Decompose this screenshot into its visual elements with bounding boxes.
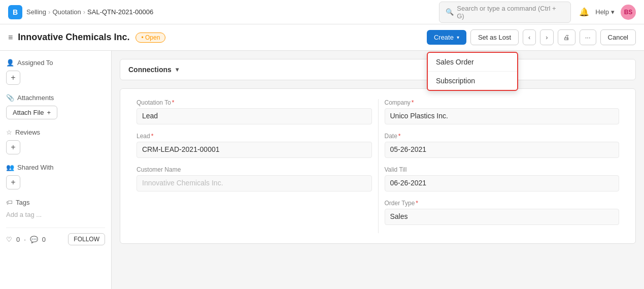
breadcrumb: Selling › Quotation › SAL-QTN-2021-00006	[26, 8, 439, 16]
breadcrumb-sep-1: ›	[48, 8, 50, 16]
group-icon: 👥	[6, 164, 14, 171]
topnav-actions: 🔔 Help ▾ BS	[579, 5, 636, 20]
main-layout: 👤 Assigned To + 📎 Attachments Attach Fil…	[0, 51, 644, 289]
assigned-to-add-button[interactable]: +	[6, 71, 20, 85]
comment-icon: 💬	[30, 236, 38, 243]
order-type-label: Order Type *	[385, 200, 620, 207]
status-badge: • Open	[135, 33, 165, 43]
form-left-col: Quotation To * Lead Lead * CRM-LEAD-2021…	[130, 99, 378, 233]
reviews-title: ☆ Reviews	[6, 129, 105, 136]
tags-label: Tags	[16, 199, 29, 206]
date-value[interactable]: 05-26-2021	[385, 142, 620, 158]
assigned-to-title: 👤 Assigned To	[6, 59, 105, 67]
page-title: Innovative Chemicals Inc.	[18, 32, 129, 43]
attachments-section: 📎 Attachments Attach File +	[6, 94, 105, 119]
create-dropdown-menu: Sales Order Subscription	[427, 52, 518, 91]
reviews-section: ☆ Reviews +	[6, 129, 105, 154]
attachment-icon: 📎	[6, 94, 14, 102]
valid-till-label: Valid Till	[385, 166, 620, 173]
help-label: Help	[595, 8, 609, 16]
shared-with-add-button[interactable]: +	[6, 175, 20, 189]
customer-name-field: Customer Name Innovative Chemicals Inc.	[137, 166, 372, 191]
create-label: Create	[434, 34, 454, 41]
attachments-label: Attachments	[17, 94, 54, 102]
tag-icon: 🏷	[6, 199, 13, 206]
search-bar[interactable]: 🔍 Search or type a command (Ctrl + G)	[439, 2, 571, 23]
customer-name-value[interactable]: Innovative Chemicals Inc.	[137, 175, 372, 191]
form-card: Quotation To * Lead Lead * CRM-LEAD-2021…	[120, 88, 636, 244]
company-field: Company * Unico Plastics Inc.	[385, 99, 620, 124]
create-dropdown-arrow: ▾	[457, 35, 459, 40]
date-field: Date * 05-26-2021	[385, 133, 620, 158]
person-icon: 👤	[6, 59, 14, 67]
help-chevron-icon: ▾	[611, 8, 615, 16]
quotation-to-value[interactable]: Lead	[137, 108, 372, 124]
breadcrumb-record: SAL-QTN-2021-00006	[87, 8, 153, 16]
connections-chevron-icon: ▾	[176, 66, 179, 73]
company-value[interactable]: Unico Plastics Inc.	[385, 108, 620, 124]
set-as-lost-button[interactable]: Set as Lost	[470, 29, 519, 45]
dropdown-subscription[interactable]: Subscription	[428, 71, 517, 90]
status-dot: •	[141, 34, 143, 41]
quotation-to-label: Quotation To *	[137, 99, 372, 106]
assigned-to-label: Assigned To	[17, 59, 53, 67]
next-record-button[interactable]: ›	[540, 29, 553, 45]
like-dot-sep: ·	[24, 236, 26, 243]
shared-with-section: 👥 Shared With +	[6, 164, 105, 189]
attachments-title: 📎 Attachments	[6, 94, 105, 102]
breadcrumb-quotation[interactable]: Quotation	[52, 8, 81, 16]
quotation-to-field: Quotation To * Lead	[137, 99, 372, 124]
form-right-col: Company * Unico Plastics Inc. Date * 05-…	[378, 99, 626, 233]
lead-value[interactable]: CRM-LEAD-2021-00001	[137, 142, 372, 158]
reviews-add-button[interactable]: +	[6, 140, 20, 154]
topnav: B Selling › Quotation › SAL-QTN-2021-000…	[0, 0, 644, 24]
valid-till-value[interactable]: 06-26-2021	[385, 175, 620, 191]
sidebar-toggle-icon[interactable]: ≡	[8, 33, 13, 42]
attach-file-label: Attach File	[13, 109, 44, 116]
print-button[interactable]: 🖨	[558, 29, 575, 45]
customer-name-label: Customer Name	[137, 166, 372, 173]
follow-bar: ♡ 0 · 💬 0 FOLLOW	[6, 228, 105, 245]
search-icon: 🔍	[446, 8, 454, 16]
form-grid: Quotation To * Lead Lead * CRM-LEAD-2021…	[130, 99, 625, 233]
breadcrumb-selling[interactable]: Selling	[26, 8, 46, 16]
star-icon: ☆	[6, 129, 12, 136]
create-button[interactable]: Create ▾	[427, 30, 466, 45]
page-header: ≡ Innovative Chemicals Inc. • Open Creat…	[0, 24, 644, 51]
dropdown-sales-order[interactable]: Sales Order	[428, 53, 517, 71]
header-actions: Create ▾ Sales Order Subscription Set as…	[427, 29, 636, 45]
breadcrumb-sep-2: ›	[83, 8, 85, 16]
cancel-button[interactable]: Cancel	[600, 29, 636, 45]
tags-section: 🏷 Tags Add a tag ...	[6, 199, 105, 218]
connections-label: Connections	[128, 66, 172, 74]
main-content: Connections ▾ Quotation To * Lead	[112, 51, 644, 289]
attach-plus-icon: +	[47, 109, 51, 116]
connections-bar[interactable]: Connections ▾	[120, 59, 636, 80]
help-button[interactable]: Help ▾	[595, 8, 615, 16]
date-label: Date *	[385, 133, 620, 140]
shared-with-label: Shared With	[17, 164, 54, 171]
valid-till-field: Valid Till 06-26-2021	[385, 166, 620, 191]
more-options-button[interactable]: ···	[580, 29, 596, 45]
follow-button[interactable]: FOLLOW	[68, 233, 105, 245]
comments-count: 0	[42, 236, 46, 243]
lead-field: Lead * CRM-LEAD-2021-00001	[137, 133, 372, 158]
attach-file-button[interactable]: Attach File +	[6, 106, 57, 119]
company-label: Company *	[385, 99, 620, 106]
prev-record-button[interactable]: ‹	[523, 29, 536, 45]
status-text: Open	[145, 34, 160, 41]
avatar[interactable]: BS	[621, 5, 636, 20]
shared-with-title: 👥 Shared With	[6, 164, 105, 171]
lead-label: Lead *	[137, 133, 372, 140]
sidebar: 👤 Assigned To + 📎 Attachments Attach Fil…	[0, 51, 112, 289]
notification-icon[interactable]: 🔔	[579, 7, 589, 17]
app-logo[interactable]: B	[8, 5, 22, 19]
order-type-field: Order Type * Sales	[385, 200, 620, 225]
add-tag-button[interactable]: Add a tag ...	[6, 211, 42, 218]
heart-icon: ♡	[6, 236, 12, 243]
assigned-to-section: 👤 Assigned To +	[6, 59, 105, 85]
likes-count: 0	[16, 236, 20, 243]
tags-title: 🏷 Tags	[6, 199, 105, 206]
order-type-value[interactable]: Sales	[385, 209, 620, 225]
search-placeholder: Search or type a command (Ctrl + G)	[457, 5, 564, 20]
